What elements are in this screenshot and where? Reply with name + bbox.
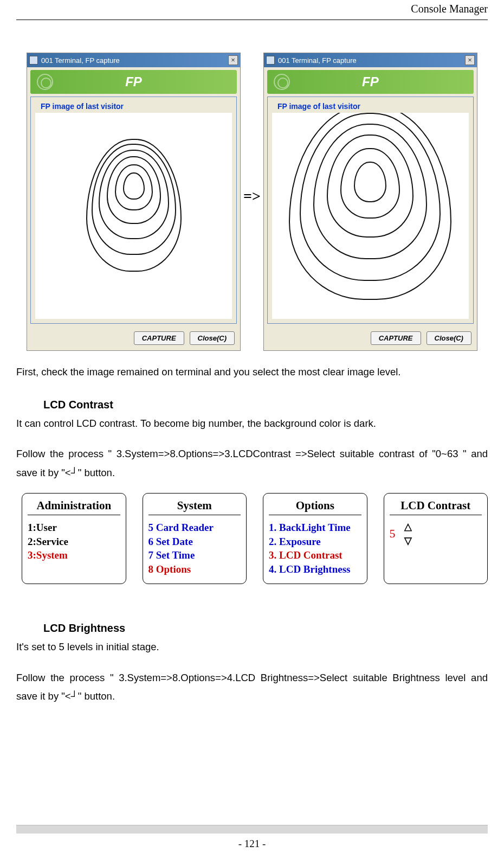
fp-fieldset: FP image of last visitor — [30, 97, 237, 324]
app-icon — [29, 56, 38, 65]
fieldset-legend: FP image of last visitor — [275, 102, 363, 111]
window-title: 001 Terminal, FP capture — [41, 56, 228, 65]
fp-window-left: 001 Terminal, FP capture × FP FP image o… — [27, 53, 241, 351]
menu-item: 1:User — [28, 521, 120, 535]
paragraph: It can control LCD contrast. To become b… — [16, 414, 488, 433]
titlebar: 001 Terminal, FP capture × — [264, 53, 477, 67]
fp-fieldset: FP image of last visitor — [267, 97, 474, 324]
contrast-value: 5 — [390, 527, 396, 541]
header-title: Console Manager — [411, 3, 488, 15]
menu-options: Options 1. BackLight Time 2. Exposure 3.… — [263, 493, 367, 585]
menu-item: 7 Set Time — [148, 548, 241, 562]
menu-item: 6 Set Date — [148, 535, 241, 549]
menu-item: 4. LCD Brightness — [269, 562, 361, 576]
fp-window-right: 001 Terminal, FP capture × FP FP image o… — [263, 53, 477, 351]
capture-button[interactable]: CAPTURE — [371, 331, 421, 345]
app-icon — [266, 56, 275, 65]
button-row: CAPTURE Close(C) — [264, 328, 477, 350]
menu-administration: Administration 1:User 2:Service 3:System — [22, 493, 126, 585]
arrow-down-icon[interactable]: ▽ — [404, 535, 412, 547]
button-row: CAPTURE Close(C) — [27, 328, 240, 350]
menu-title: Options — [269, 499, 361, 515]
footer-bar — [16, 825, 488, 834]
menu-title: LCD Contrast — [390, 499, 482, 515]
menu-item-selected: 8 Options — [148, 562, 241, 576]
page-header: Console Manager — [16, 0, 488, 20]
menu-title: System — [148, 499, 241, 515]
arrow-icon: => — [243, 188, 261, 205]
window-title: 001 Terminal, FP capture — [278, 56, 465, 65]
fingerprint-image-small — [35, 113, 232, 319]
menu-row: Administration 1:User 2:Service 3:System… — [22, 493, 488, 585]
menu-item: 2:Service — [28, 535, 120, 549]
paragraph: Follow the process " 3.System=>8.Options… — [16, 669, 488, 706]
menu-item-selected: 3. LCD Contrast — [269, 548, 361, 562]
fieldset-legend: FP image of last visitor — [38, 102, 126, 111]
close-button[interactable]: Close(C) — [427, 331, 471, 345]
banner-label: FP — [125, 74, 142, 89]
titlebar: 001 Terminal, FP capture × — [27, 53, 240, 67]
menu-lcd-contrast: LCD Contrast 5 △ ▽ — [384, 493, 488, 585]
menu-item: 1. BackLight Time — [269, 521, 361, 535]
capture-button[interactable]: CAPTURE — [134, 331, 184, 345]
section-lcd-contrast: LCD Contrast — [43, 399, 488, 411]
close-icon[interactable]: × — [228, 55, 238, 65]
menu-item: 5 Card Reader — [148, 521, 241, 535]
menu-item: 2. Exposure — [269, 535, 361, 549]
fp-banner: FP — [267, 70, 474, 94]
menu-title: Administration — [28, 499, 120, 515]
close-icon[interactable]: × — [465, 55, 475, 65]
fingerprint-icon — [37, 74, 53, 90]
section-lcd-brightness: LCD Brightness — [43, 622, 488, 635]
paragraph: Follow the process " 3.System=>8.Options… — [16, 445, 488, 482]
fingerprint-icon — [274, 74, 290, 90]
fp-banner: FP — [30, 70, 237, 94]
paragraph: It's set to 5 levels in initial stage. — [16, 638, 488, 656]
fingerprint-image-big — [272, 113, 469, 319]
close-button[interactable]: Close(C) — [190, 331, 235, 345]
arrow-up-icon[interactable]: △ — [404, 521, 412, 533]
page-number: - 121 - — [0, 838, 504, 850]
menu-item-selected: 3:System — [28, 548, 120, 562]
banner-label: FP — [362, 74, 379, 89]
paragraph-intro: First, check the image remained on termi… — [16, 363, 488, 381]
figure-row: 001 Terminal, FP capture × FP FP image o… — [16, 53, 488, 351]
menu-system: System 5 Card Reader 6 Set Date 7 Set Ti… — [143, 493, 247, 585]
